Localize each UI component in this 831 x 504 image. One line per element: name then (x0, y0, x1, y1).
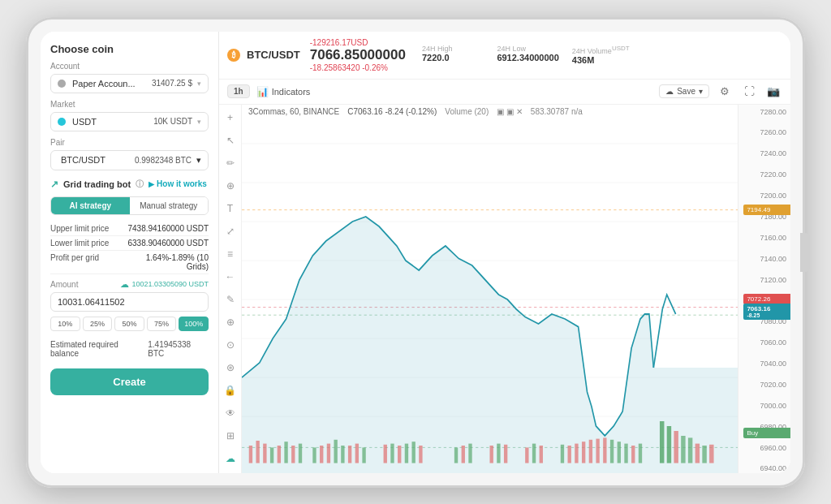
svg-rect-28 (384, 444, 387, 463)
eye-tool[interactable]: 👁 (222, 405, 239, 421)
grid-bot-header: ↗ Grid trading bot ⓘ ▶ How it works (50, 179, 209, 190)
zoom2-tool[interactable]: ⊕ (222, 314, 239, 330)
lower-limit-row: Lower limit price 6338.90460000 USDT (50, 236, 209, 251)
price-label-4: 7220.00 (760, 170, 786, 179)
est-balance-row: Estimated required balance 1.41945338 BT… (50, 338, 209, 360)
svg-rect-52 (624, 443, 627, 463)
svg-rect-43 (561, 444, 564, 463)
pin-tool[interactable]: ⊛ (222, 360, 239, 376)
magnet-tool[interactable]: ⊙ (222, 337, 239, 353)
sell-tag-1: 7194.49 (743, 205, 790, 215)
save-chevron-icon: ▾ (699, 87, 703, 96)
volume-icons: ▣ ▣ ✕ (497, 107, 523, 116)
svg-rect-55 (660, 421, 664, 463)
pair-name: BTC/USDT (61, 155, 105, 165)
price-change-usd: -129216.17USD (310, 38, 406, 47)
sell-tag-1-price: 7194.49 (747, 206, 770, 213)
sell-tag-2-price: 7072.26 (747, 295, 770, 303)
pair-dropdown[interactable]: BTC/USDT 0.9982348 BTC ▾ (50, 150, 209, 170)
fullscreen-btn[interactable]: ⛶ (740, 83, 758, 101)
svg-rect-22 (327, 443, 330, 463)
coin-pair: BTC/USDT (247, 49, 300, 61)
grid-bot-label: Grid trading bot (63, 179, 131, 189)
crosshair-tool[interactable]: + (222, 110, 239, 126)
low-label: 24H Low (497, 45, 526, 53)
svg-rect-62 (709, 444, 713, 463)
svg-rect-40 (525, 447, 528, 463)
account-dropdown[interactable]: Paper Accoun... 31407.25 $ ▾ (50, 74, 209, 93)
svg-rect-35 (462, 446, 465, 463)
back-tool[interactable]: ← (222, 269, 239, 285)
account-label: Account (50, 62, 209, 71)
zoom-tool[interactable]: ⊕ (222, 178, 239, 194)
svg-rect-31 (405, 443, 408, 463)
price-label-1: 7280.00 (760, 108, 786, 116)
ai-strategy-btn[interactable]: AI strategy (51, 197, 130, 214)
play-icon: ▶ (149, 180, 154, 188)
svg-rect-37 (490, 446, 493, 463)
price-label-17: 6960.00 (760, 444, 786, 452)
market-label: Market (50, 100, 209, 109)
manual-strategy-btn[interactable]: Manual strategy (130, 197, 209, 214)
est-balance-label: Estimated required balance (50, 340, 148, 358)
pair-label: Pair (50, 138, 209, 147)
low-stat: 24H Low 6912.34000000 (497, 45, 558, 65)
stats-grid: 24H High 7220.0 24H Low 6912.34000000 24… (422, 45, 634, 65)
profit-row: Profit per grid 1.64%-1.89% (10 Grids) (50, 251, 209, 274)
how-it-works-btn[interactable]: ▶ How it works (149, 179, 207, 188)
indicators-btn[interactable]: 📊 Indicators (256, 86, 311, 97)
pencil-tool[interactable]: ✏ (222, 155, 239, 171)
pct-50-btn[interactable]: 50% (114, 317, 144, 331)
save-label: Save (677, 87, 695, 96)
svg-rect-50 (610, 439, 614, 463)
pct-10-btn[interactable]: 10% (50, 317, 80, 331)
pct-100-btn[interactable]: 100% (179, 317, 209, 331)
profit-label: Profit per grid (50, 253, 99, 271)
choose-coin-title: Choose coin (50, 43, 209, 55)
svg-rect-39 (504, 444, 507, 463)
svg-rect-58 (681, 436, 685, 463)
pen-tool[interactable]: ✎ (222, 291, 239, 308)
layers-tool[interactable]: ≡ (222, 246, 239, 262)
grid-chart-icon: ↗ (50, 179, 58, 190)
svg-rect-54 (639, 443, 642, 463)
svg-rect-20 (312, 447, 316, 463)
tablet-button[interactable] (800, 233, 810, 272)
current-price-tag: 7063.16 -8.25 (743, 304, 790, 320)
chart-price-info: C7063.16 -8.24 (-0.12%) (347, 107, 437, 116)
create-button[interactable]: Create (50, 368, 209, 395)
text-tool[interactable]: T (222, 200, 239, 217)
right-panel: ₿ BTC/USDT -129216.17USD 7066.85000000 -… (219, 32, 790, 473)
svg-rect-32 (411, 442, 415, 463)
svg-rect-14 (263, 443, 266, 463)
svg-rect-49 (603, 437, 606, 463)
pair-amount: 0.9982348 BTC (135, 156, 192, 165)
svg-rect-45 (575, 443, 578, 463)
coin-badge: ₿ (227, 49, 240, 62)
lock-tool[interactable]: 🔒 (222, 382, 239, 398)
chart-main: 3Commas, 60, BINANCE C7063.16 -8.24 (-0.… (242, 105, 738, 473)
save-btn[interactable]: ☁ Save ▾ (659, 84, 709, 98)
cloud-tool[interactable]: ☁ (222, 450, 239, 467)
svg-rect-59 (688, 437, 692, 463)
settings-btn[interactable]: ⚙ (716, 83, 734, 101)
grid-tool[interactable]: ⊞ (222, 428, 239, 444)
screenshot-btn[interactable]: 📷 (764, 83, 782, 101)
svg-rect-25 (348, 446, 351, 463)
svg-rect-47 (589, 439, 592, 463)
timeframe-1h-btn[interactable]: 1h (227, 84, 250, 98)
svg-rect-17 (284, 442, 287, 463)
how-it-works-label: How it works (157, 179, 207, 188)
cursor-tool[interactable]: ↖ (222, 132, 239, 149)
coin-info: ₿ BTC/USDT (227, 49, 300, 62)
price-label-2: 7260.00 (760, 128, 786, 136)
svg-rect-41 (532, 443, 536, 463)
pair-chevron-icon: ▾ (196, 155, 201, 166)
pct-25-btn[interactable]: 25% (83, 317, 113, 331)
price-label-12: 7060.00 (760, 338, 786, 347)
pct-75-btn[interactable]: 75% (147, 317, 177, 331)
amount-input[interactable] (50, 292, 209, 312)
measure-tool[interactable]: ⤢ (222, 223, 239, 239)
market-dropdown[interactable]: USDT 10K USDT ▾ (50, 112, 209, 131)
chart-left-tools: + ↖ ✏ ⊕ T ⤢ ≡ ← ✎ ⊕ ⊙ ⊛ 🔒 👁 ⊞ ☁ ▼ (219, 105, 242, 473)
